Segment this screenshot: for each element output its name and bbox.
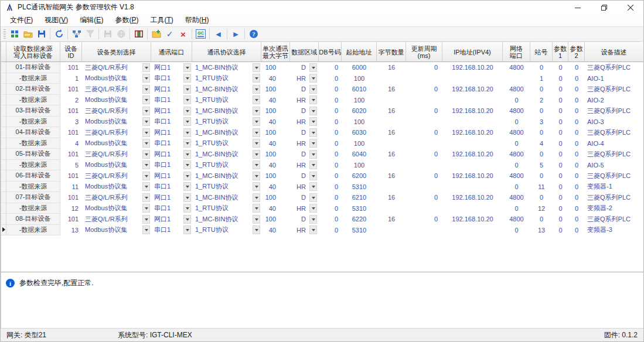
web-icon[interactable] <box>114 28 128 40</box>
cell-param2[interactable]: 0 <box>568 225 585 236</box>
dropdown-arrow-icon[interactable] <box>183 139 191 148</box>
cell-param2[interactable]: 0 <box>568 192 585 203</box>
cell-station[interactable]: 3 <box>530 117 553 128</box>
cell-update-cycle[interactable] <box>406 138 442 149</box>
cell-desc[interactable]: AIO-3 <box>585 117 640 128</box>
dropdown-arrow-icon[interactable] <box>309 107 317 115</box>
cell-param1[interactable]: 0 <box>553 170 568 182</box>
cell-desc[interactable]: 三菱Q系列PLC <box>585 192 640 203</box>
dropdown-arrow-icon[interactable] <box>142 172 150 180</box>
cell-ip[interactable]: 192.168.10.20 <box>442 192 503 203</box>
cell-db-no[interactable]: 0 <box>319 225 342 236</box>
cell-byte-count[interactable]: 16 <box>377 192 406 203</box>
cell-max-bytes[interactable]: 40 <box>261 225 290 236</box>
cell-param2[interactable]: 0 <box>568 182 585 193</box>
dropdown-arrow-icon[interactable] <box>183 225 191 234</box>
cell-byte-count[interactable]: 16 <box>377 105 406 117</box>
cell-max-bytes[interactable]: 100 <box>261 170 290 182</box>
add-icon[interactable] <box>149 28 163 40</box>
cell-db-no[interactable]: 0 <box>319 62 342 73</box>
cell-protocol[interactable]: 1_MC-BIN协议 <box>192 192 261 203</box>
restore-button[interactable] <box>591 1 617 14</box>
cell-param1[interactable]: 0 <box>553 117 568 128</box>
cell-net-port[interactable]: 0 <box>503 138 530 149</box>
cell-row-header[interactable]: -数据来源 <box>6 203 60 214</box>
dropdown-arrow-icon[interactable] <box>309 182 317 191</box>
cell-start-addr[interactable]: 5310 <box>342 203 377 214</box>
dropdown-arrow-icon[interactable] <box>142 150 150 159</box>
cell-row-header[interactable]: -数据来源 <box>6 117 60 128</box>
cell-byte-count[interactable]: 16 <box>377 84 406 95</box>
cell-param1[interactable]: 0 <box>553 225 568 236</box>
cell-byte-count[interactable] <box>377 117 406 128</box>
cell-row-header[interactable]: -数据来源 <box>6 138 60 149</box>
cell-byte-count[interactable]: 16 <box>377 170 406 182</box>
cell-param2[interactable]: 0 <box>568 170 585 182</box>
dropdown-arrow-icon[interactable] <box>309 172 317 180</box>
cell-param2[interactable]: 0 <box>568 73 585 84</box>
minimize-button[interactable] <box>564 1 591 14</box>
cell-max-bytes[interactable]: 40 <box>261 138 290 149</box>
dropdown-arrow-icon[interactable] <box>142 95 150 104</box>
cell-device-id[interactable]: 101 <box>60 84 82 95</box>
open-icon[interactable] <box>21 28 35 40</box>
cell-byte-count[interactable] <box>377 160 406 171</box>
cell-data-area[interactable]: HR <box>290 203 319 214</box>
cell-device-type[interactable]: 三菱Q/L/R系列 <box>82 149 151 160</box>
cell-device-type[interactable]: 三菱Q/L/R系列 <box>82 62 151 73</box>
cell-desc[interactable]: 三菱Q系列PLC <box>585 170 640 182</box>
cell-update-cycle[interactable] <box>406 225 442 236</box>
cell-comm-port[interactable]: 串口1 <box>151 225 192 236</box>
cell-row-header[interactable]: -数据来源 <box>6 225 60 236</box>
dropdown-arrow-icon[interactable] <box>253 215 260 224</box>
cell-device-id[interactable]: 11 <box>60 182 82 193</box>
cell-data-area[interactable]: D <box>290 62 319 73</box>
cell-start-addr[interactable]: 100 <box>342 73 377 84</box>
cell-update-cycle[interactable]: 0 <box>406 105 442 117</box>
cell-param2[interactable]: 0 <box>568 127 585 138</box>
cell-param1[interactable]: 0 <box>553 149 568 160</box>
dropdown-arrow-icon[interactable] <box>142 74 150 83</box>
cell-update-cycle[interactable] <box>406 95 442 106</box>
cell-data-area[interactable]: D <box>290 84 319 95</box>
cell-protocol[interactable]: 1_MC-BIN协议 <box>192 170 261 182</box>
dropdown-arrow-icon[interactable] <box>142 182 150 191</box>
cell-protocol[interactable]: 1_RTU协议 <box>192 160 261 171</box>
cell-db-no[interactable]: 0 <box>319 95 342 106</box>
forward-icon[interactable]: ▶ <box>229 28 243 40</box>
cell-desc[interactable]: 变频器-3 <box>585 225 640 236</box>
cell-max-bytes[interactable]: 40 <box>261 160 290 171</box>
cell-data-area[interactable]: D <box>290 127 319 138</box>
cell-station[interactable]: 0 <box>530 192 553 203</box>
dropdown-arrow-icon[interactable] <box>309 193 317 202</box>
cell-device-type[interactable]: Modbus协议集 <box>82 203 151 214</box>
cell-device-type[interactable]: Modbus协议集 <box>82 182 151 193</box>
connect-icon[interactable] <box>8 28 21 40</box>
topology-icon[interactable] <box>70 28 83 40</box>
cell-db-no[interactable]: 0 <box>319 214 342 225</box>
cell-update-cycle[interactable]: 0 <box>406 214 442 225</box>
cell-device-id[interactable]: 3 <box>60 117 82 128</box>
cell-comm-port[interactable]: 网口1 <box>151 192 192 203</box>
cell-db-no[interactable]: 0 <box>319 73 342 84</box>
dropdown-arrow-icon[interactable] <box>253 85 260 94</box>
dropdown-arrow-icon[interactable] <box>253 107 260 115</box>
cell-device-type[interactable]: Modbus协议集 <box>82 95 151 106</box>
cell-param2[interactable]: 0 <box>568 105 585 117</box>
cell-max-bytes[interactable]: 100 <box>261 84 290 95</box>
cell-desc[interactable]: 三菱Q系列PLC <box>585 62 640 73</box>
cell-device-id[interactable]: 101 <box>60 192 82 203</box>
cell-max-bytes[interactable]: 40 <box>261 182 290 193</box>
cell-station[interactable]: 0 <box>530 127 553 138</box>
cell-row-header[interactable]: 03-目标设备 <box>6 105 60 117</box>
cell-comm-port[interactable]: 网口1 <box>151 214 192 225</box>
cell-device-id[interactable]: 101 <box>60 170 82 182</box>
cell-param2[interactable]: 0 <box>568 203 585 214</box>
cell-max-bytes[interactable]: 100 <box>261 127 290 138</box>
cell-comm-port[interactable]: 网口1 <box>151 105 192 117</box>
cell-start-addr[interactable]: 100 <box>342 117 377 128</box>
cell-ip[interactable]: 192.168.10.20 <box>442 105 503 117</box>
dropdown-arrow-icon[interactable] <box>183 74 191 83</box>
dropdown-arrow-icon[interactable] <box>253 150 260 159</box>
cell-station[interactable]: 0 <box>530 84 553 95</box>
